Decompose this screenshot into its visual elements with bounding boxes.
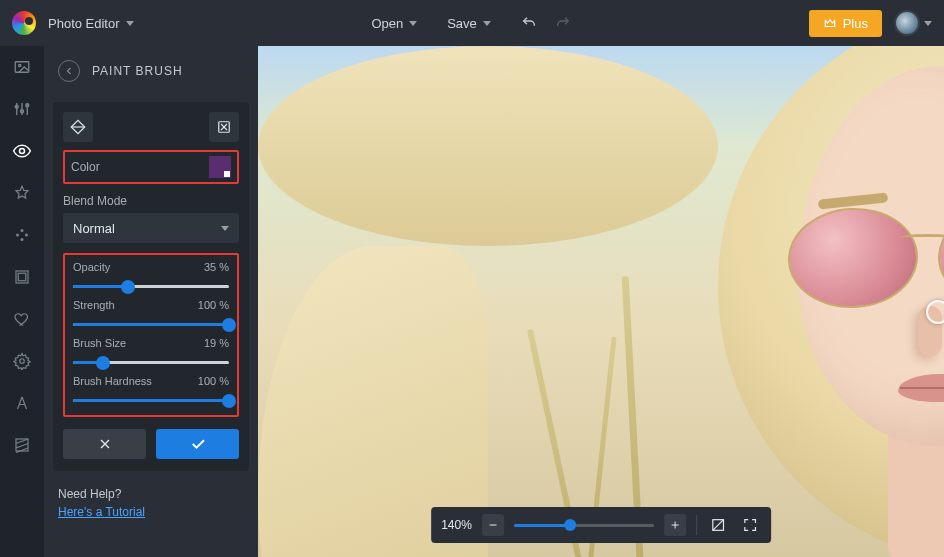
canvas-illustration [898,234,944,242]
plus-icon [669,519,681,531]
canvas[interactable]: 140% [258,46,944,557]
panel-header: PAINT BRUSH [44,60,258,92]
topbar-center: Open Save [371,15,570,31]
tool-rail [0,46,44,557]
save-menu[interactable]: Save [447,16,491,31]
arrow-left-icon [63,65,75,77]
account-menu[interactable] [894,10,932,36]
blend-mode-row: Blend Mode Normal [63,194,239,243]
brush-cursor [926,300,944,324]
open-label: Open [371,16,403,31]
opacity-slider[interactable] [73,279,229,293]
avatar [894,10,920,36]
zoom-bar: 140% [431,507,771,543]
canvas-illustration [258,46,718,246]
rail-heart-icon[interactable] [11,308,33,330]
blend-label: Blend Mode [63,194,239,208]
chevron-down-icon [924,21,932,26]
strength-value: 100 % [198,299,229,311]
svg-point-12 [20,359,25,364]
brush-icon [69,118,87,136]
rail-gear-icon[interactable] [11,350,33,372]
brush-size-value: 19 % [204,337,229,349]
rail-star-icon[interactable] [11,182,33,204]
rail-sliders-icon[interactable] [11,98,33,120]
brush-size-slider[interactable] [73,355,229,369]
eraser-mode-button[interactable] [209,112,239,142]
fullscreen-icon [742,517,758,533]
svg-point-1 [19,64,21,66]
strength-slider[interactable] [73,317,229,331]
undo-button[interactable] [521,15,537,31]
chevron-down-icon [221,226,229,231]
strength-label: Strength [73,299,115,311]
paint-brush-panel: PAINT BRUSH Color [44,46,258,557]
panel-title: PAINT BRUSH [92,64,183,78]
rail-frame-icon[interactable] [11,266,33,288]
fullscreen-button[interactable] [739,514,761,536]
open-menu[interactable]: Open [371,16,417,31]
opacity-label: Opacity [73,261,110,273]
brush-eraser-row [63,112,239,142]
back-button[interactable] [58,60,80,82]
help-text: Need Help? [58,485,244,503]
redo-button[interactable] [555,15,571,31]
brush-mode-button[interactable] [63,112,93,142]
help-section: Need Help? Here's a Tutorial [58,485,244,521]
zoom-level: 140% [441,518,472,532]
svg-point-8 [25,234,28,237]
brush-size-label: Brush Size [73,337,126,349]
strength-slider-row: Strength 100 % [73,299,229,331]
eraser-icon [215,118,233,136]
svg-point-9 [21,238,24,241]
help-tutorial-link[interactable]: Here's a Tutorial [58,505,145,519]
close-icon [97,436,113,452]
panel-card: Color Blend Mode Normal Opacity [53,102,249,471]
rail-dots-icon[interactable] [11,224,33,246]
zoom-out-button[interactable] [482,514,504,536]
rail-text-icon[interactable] [11,392,33,414]
blend-value: Normal [73,221,115,236]
rail-image-icon[interactable] [11,56,33,78]
separator [696,515,697,535]
svg-point-5 [20,149,25,154]
crown-icon [823,16,837,30]
svg-point-7 [16,234,19,237]
fit-screen-button[interactable] [707,514,729,536]
hardness-slider-row: Brush Hardness 100 % [73,375,229,407]
chevron-down-icon [126,21,134,26]
rail-eye-icon[interactable] [11,140,33,162]
app-title-dropdown[interactable]: Photo Editor [48,16,134,31]
brush-size-slider-row: Brush Size 19 % [73,337,229,369]
hardness-slider[interactable] [73,393,229,407]
app-logo[interactable] [12,11,36,35]
fit-icon [710,517,726,533]
rail-texture-icon[interactable] [11,434,33,456]
cancel-button[interactable] [63,429,146,459]
sliders-highlight: Opacity 35 % Strength 100 % [63,253,239,417]
action-row [63,429,239,459]
hardness-label: Brush Hardness [73,375,152,387]
zoom-slider[interactable] [514,524,654,527]
opacity-slider-row: Opacity 35 % [73,261,229,293]
svg-rect-0 [15,62,29,73]
apply-button[interactable] [156,429,239,459]
hardness-value: 100 % [198,375,229,387]
zoom-in-button[interactable] [664,514,686,536]
color-row-highlight: Color [63,150,239,184]
app-title: Photo Editor [48,16,120,31]
color-swatch[interactable] [209,156,231,178]
save-label: Save [447,16,477,31]
chevron-down-icon [409,21,417,26]
color-label: Color [71,160,100,174]
chevron-down-icon [483,21,491,26]
svg-rect-11 [18,273,26,281]
app-root: Photo Editor Open Save [0,0,944,557]
svg-point-6 [21,229,24,232]
check-icon [189,435,207,453]
opacity-value: 35 % [204,261,229,273]
plus-label: Plus [843,16,868,31]
plus-button[interactable]: Plus [809,10,882,37]
main-row: PAINT BRUSH Color [0,46,944,557]
blend-mode-select[interactable]: Normal [63,213,239,243]
